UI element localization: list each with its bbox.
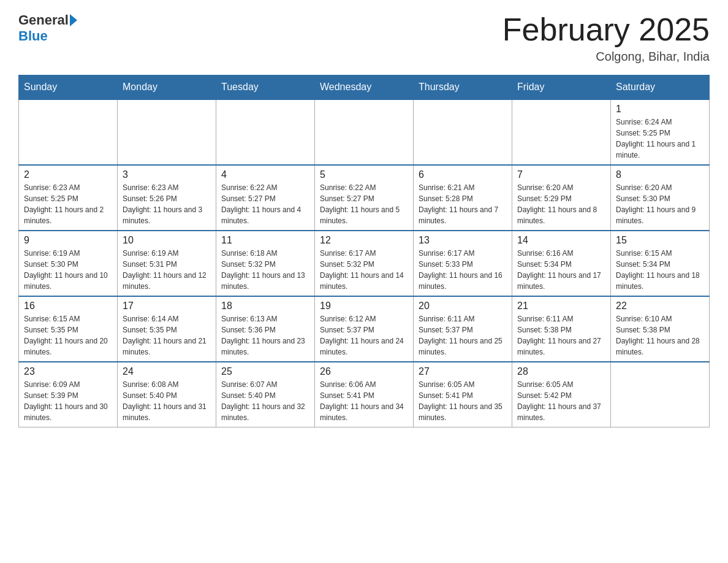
day-number: 17 xyxy=(123,301,211,312)
day-info: Sunrise: 6:08 AMSunset: 5:40 PMDaylight:… xyxy=(123,379,211,423)
day-info: Sunrise: 6:15 AMSunset: 5:34 PMDaylight:… xyxy=(616,248,704,292)
day-number: 16 xyxy=(24,301,112,312)
day-number: 8 xyxy=(616,169,704,180)
calendar-cell: 19Sunrise: 6:12 AMSunset: 5:37 PMDayligh… xyxy=(315,296,414,362)
day-number: 5 xyxy=(320,169,408,180)
calendar-cell: 26Sunrise: 6:06 AMSunset: 5:41 PMDayligh… xyxy=(315,362,414,427)
day-info: Sunrise: 6:20 AMSunset: 5:30 PMDaylight:… xyxy=(616,182,704,226)
day-header-tuesday: Tuesday xyxy=(216,75,315,100)
calendar-cell: 5Sunrise: 6:22 AMSunset: 5:27 PMDaylight… xyxy=(315,165,414,231)
calendar-cell: 2Sunrise: 6:23 AMSunset: 5:25 PMDaylight… xyxy=(19,165,118,231)
day-number: 9 xyxy=(24,235,112,246)
calendar-cell: 3Sunrise: 6:23 AMSunset: 5:26 PMDaylight… xyxy=(118,165,216,231)
day-number: 19 xyxy=(320,301,408,312)
day-number: 14 xyxy=(517,235,605,246)
day-info: Sunrise: 6:06 AMSunset: 5:41 PMDaylight:… xyxy=(320,379,408,423)
day-info: Sunrise: 6:16 AMSunset: 5:34 PMDaylight:… xyxy=(517,248,605,292)
day-info: Sunrise: 6:11 AMSunset: 5:38 PMDaylight:… xyxy=(517,313,605,358)
title-area: February 2025 Colgong, Bihar, India xyxy=(502,12,710,64)
calendar-week-3: 9Sunrise: 6:19 AMSunset: 5:30 PMDaylight… xyxy=(19,231,710,296)
calendar-cell: 27Sunrise: 6:05 AMSunset: 5:41 PMDayligh… xyxy=(414,362,512,427)
day-number: 23 xyxy=(24,366,112,377)
calendar-cell: 12Sunrise: 6:17 AMSunset: 5:32 PMDayligh… xyxy=(315,231,414,296)
day-number: 10 xyxy=(123,235,211,246)
logo-arrow-icon xyxy=(70,14,77,26)
day-info: Sunrise: 6:19 AMSunset: 5:31 PMDaylight:… xyxy=(123,248,211,292)
calendar-week-1: 1Sunrise: 6:24 AMSunset: 5:25 PMDaylight… xyxy=(19,99,710,165)
page-header: General Blue February 2025 Colgong, Biha… xyxy=(18,12,710,64)
calendar-cell xyxy=(414,99,512,165)
day-info: Sunrise: 6:11 AMSunset: 5:37 PMDaylight:… xyxy=(419,313,507,358)
calendar-cell xyxy=(512,99,611,165)
calendar-cell: 23Sunrise: 6:09 AMSunset: 5:39 PMDayligh… xyxy=(19,362,118,427)
day-info: Sunrise: 6:22 AMSunset: 5:27 PMDaylight:… xyxy=(221,182,309,226)
calendar-cell: 28Sunrise: 6:05 AMSunset: 5:42 PMDayligh… xyxy=(512,362,611,427)
day-number: 26 xyxy=(320,366,408,377)
calendar-cell: 7Sunrise: 6:20 AMSunset: 5:29 PMDaylight… xyxy=(512,165,611,231)
day-info: Sunrise: 6:22 AMSunset: 5:27 PMDaylight:… xyxy=(320,182,408,226)
day-info: Sunrise: 6:20 AMSunset: 5:29 PMDaylight:… xyxy=(517,182,605,226)
day-info: Sunrise: 6:19 AMSunset: 5:30 PMDaylight:… xyxy=(24,248,112,292)
day-number: 6 xyxy=(419,169,507,180)
calendar-cell: 24Sunrise: 6:08 AMSunset: 5:40 PMDayligh… xyxy=(118,362,216,427)
day-number: 24 xyxy=(123,366,211,377)
calendar-cell: 17Sunrise: 6:14 AMSunset: 5:35 PMDayligh… xyxy=(118,296,216,362)
day-info: Sunrise: 6:17 AMSunset: 5:32 PMDaylight:… xyxy=(320,248,408,292)
day-number: 28 xyxy=(517,366,605,377)
day-number: 1 xyxy=(616,104,704,115)
calendar-cell: 13Sunrise: 6:17 AMSunset: 5:33 PMDayligh… xyxy=(414,231,512,296)
calendar-cell: 20Sunrise: 6:11 AMSunset: 5:37 PMDayligh… xyxy=(414,296,512,362)
day-number: 22 xyxy=(616,301,704,312)
day-header-wednesday: Wednesday xyxy=(315,75,414,100)
day-header-sunday: Sunday xyxy=(19,75,118,100)
calendar-cell: 4Sunrise: 6:22 AMSunset: 5:27 PMDaylight… xyxy=(216,165,315,231)
calendar-cell: 10Sunrise: 6:19 AMSunset: 5:31 PMDayligh… xyxy=(118,231,216,296)
day-header-friday: Friday xyxy=(512,75,611,100)
calendar-cell: 6Sunrise: 6:21 AMSunset: 5:28 PMDaylight… xyxy=(414,165,512,231)
day-number: 2 xyxy=(24,169,112,180)
day-info: Sunrise: 6:05 AMSunset: 5:42 PMDaylight:… xyxy=(517,379,605,423)
day-number: 11 xyxy=(221,235,309,246)
calendar-cell: 11Sunrise: 6:18 AMSunset: 5:32 PMDayligh… xyxy=(216,231,315,296)
day-info: Sunrise: 6:23 AMSunset: 5:25 PMDaylight:… xyxy=(24,182,112,226)
calendar-cell xyxy=(118,99,216,165)
day-number: 4 xyxy=(221,169,309,180)
day-info: Sunrise: 6:05 AMSunset: 5:41 PMDaylight:… xyxy=(419,379,507,423)
calendar-cell xyxy=(19,99,118,165)
day-info: Sunrise: 6:18 AMSunset: 5:32 PMDaylight:… xyxy=(221,248,309,292)
logo-blue-text: Blue xyxy=(18,28,48,44)
calendar-week-4: 16Sunrise: 6:15 AMSunset: 5:35 PMDayligh… xyxy=(19,296,710,362)
day-info: Sunrise: 6:23 AMSunset: 5:26 PMDaylight:… xyxy=(123,182,211,226)
day-header-monday: Monday xyxy=(118,75,216,100)
calendar-cell: 21Sunrise: 6:11 AMSunset: 5:38 PMDayligh… xyxy=(512,296,611,362)
day-number: 25 xyxy=(221,366,309,377)
day-info: Sunrise: 6:10 AMSunset: 5:38 PMDaylight:… xyxy=(616,313,704,358)
day-header-saturday: Saturday xyxy=(611,75,710,100)
calendar-cell: 15Sunrise: 6:15 AMSunset: 5:34 PMDayligh… xyxy=(611,231,710,296)
calendar-cell xyxy=(611,362,710,427)
location-text: Colgong, Bihar, India xyxy=(502,50,710,64)
calendar-cell xyxy=(315,99,414,165)
calendar-header-row: SundayMondayTuesdayWednesdayThursdayFrid… xyxy=(19,75,710,100)
day-number: 3 xyxy=(123,169,211,180)
day-info: Sunrise: 6:07 AMSunset: 5:40 PMDaylight:… xyxy=(221,379,309,423)
calendar-cell: 9Sunrise: 6:19 AMSunset: 5:30 PMDaylight… xyxy=(19,231,118,296)
calendar-week-2: 2Sunrise: 6:23 AMSunset: 5:25 PMDaylight… xyxy=(19,165,710,231)
calendar-cell: 25Sunrise: 6:07 AMSunset: 5:40 PMDayligh… xyxy=(216,362,315,427)
day-info: Sunrise: 6:14 AMSunset: 5:35 PMDaylight:… xyxy=(123,313,211,358)
calendar-cell xyxy=(216,99,315,165)
day-info: Sunrise: 6:17 AMSunset: 5:33 PMDaylight:… xyxy=(419,248,507,292)
day-number: 15 xyxy=(616,235,704,246)
calendar-cell: 16Sunrise: 6:15 AMSunset: 5:35 PMDayligh… xyxy=(19,296,118,362)
calendar-cell: 1Sunrise: 6:24 AMSunset: 5:25 PMDaylight… xyxy=(611,99,710,165)
day-number: 21 xyxy=(517,301,605,312)
day-number: 20 xyxy=(419,301,507,312)
day-info: Sunrise: 6:24 AMSunset: 5:25 PMDaylight:… xyxy=(616,117,704,161)
logo-general-text: General xyxy=(18,12,69,28)
day-number: 27 xyxy=(419,366,507,377)
day-info: Sunrise: 6:21 AMSunset: 5:28 PMDaylight:… xyxy=(419,182,507,226)
day-number: 7 xyxy=(517,169,605,180)
day-number: 12 xyxy=(320,235,408,246)
calendar-table: SundayMondayTuesdayWednesdayThursdayFrid… xyxy=(18,75,710,427)
day-info: Sunrise: 6:13 AMSunset: 5:36 PMDaylight:… xyxy=(221,313,309,358)
